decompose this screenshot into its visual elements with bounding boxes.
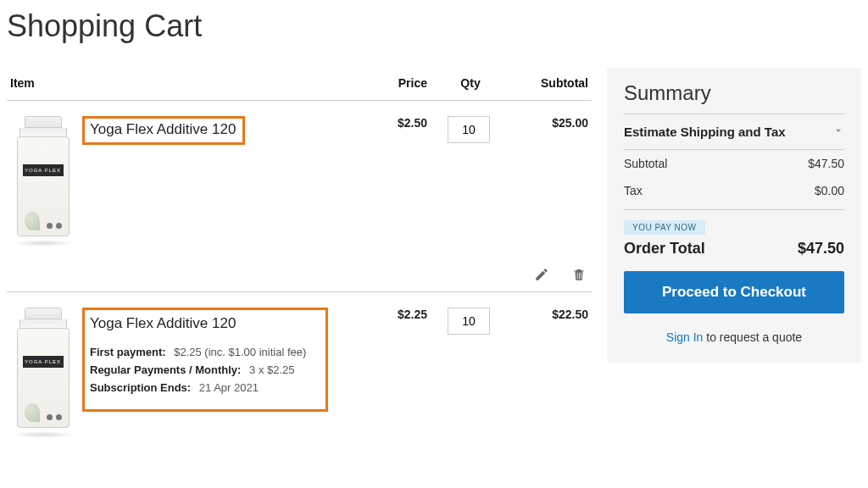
first-payment-line: First payment: $2.25 (inc. $1.00 initial… xyxy=(90,346,317,358)
estimate-shipping-label: Estimate Shipping and Tax xyxy=(624,125,786,139)
item-price: $2.50 xyxy=(387,101,431,251)
item-actions-row xyxy=(7,250,592,291)
pay-now-badge: YOU PAY NOW xyxy=(624,220,705,235)
product-image: YOGA·FLEX xyxy=(14,308,73,435)
cart-table: Item Price Qty Subtotal YOGA·FLEX xyxy=(7,68,592,441)
summary-tax-line: Tax $0.00 xyxy=(624,177,844,204)
summary-heading: Summary xyxy=(624,81,844,114)
subscription-ends-line: Subscription Ends: 21 Apr 2021 xyxy=(90,381,317,394)
cart-row: YOGA·FLEX Yoga Flex Additive 120 $2.50 xyxy=(7,101,592,251)
qty-input[interactable] xyxy=(448,308,490,335)
bottle-label: YOGA·FLEX xyxy=(23,356,64,368)
edit-icon[interactable] xyxy=(532,265,551,284)
trash-icon[interactable] xyxy=(570,265,588,284)
summary-subtotal-line: Subtotal $47.50 xyxy=(624,150,844,177)
item-subtotal: $22.50 xyxy=(507,292,592,442)
bottle-label: YOGA·FLEX xyxy=(23,164,64,176)
regular-payments-line: Regular Payments / Monthly: 3 x $2.25 xyxy=(90,363,317,376)
product-name[interactable]: Yoga Flex Additive 120 xyxy=(90,315,317,332)
col-price-header: Price xyxy=(387,68,431,101)
col-qty-header: Qty xyxy=(431,68,507,101)
proceed-to-checkout-button[interactable]: Proceed to Checkout xyxy=(624,271,844,313)
estimate-shipping-toggle[interactable]: Estimate Shipping and Tax xyxy=(624,114,844,150)
col-item-header: Item xyxy=(7,68,387,101)
cart-row: YOGA·FLEX Yoga Flex Additive 120 First p… xyxy=(7,292,592,442)
page-title: Shopping Cart xyxy=(7,8,861,44)
chevron-down-icon xyxy=(832,125,844,139)
product-image: YOGA·FLEX xyxy=(14,116,73,243)
qty-input[interactable] xyxy=(448,116,490,143)
signin-quote-note: Sign In to request a quote xyxy=(624,330,844,344)
summary-panel: Summary Estimate Shipping and Tax Subtot… xyxy=(607,68,861,363)
col-subtotal-header: Subtotal xyxy=(507,68,592,101)
item-subtotal: $25.00 xyxy=(507,101,592,251)
item-price: $2.25 xyxy=(387,292,431,442)
product-subscription-block: Yoga Flex Additive 120 First payment: $2… xyxy=(82,308,328,412)
cart-items-area: Item Price Qty Subtotal YOGA·FLEX xyxy=(7,68,592,441)
order-total-line: Order Total $47.50 xyxy=(624,240,844,258)
product-name[interactable]: Yoga Flex Additive 120 xyxy=(82,116,245,145)
signin-link[interactable]: Sign In xyxy=(666,330,704,344)
